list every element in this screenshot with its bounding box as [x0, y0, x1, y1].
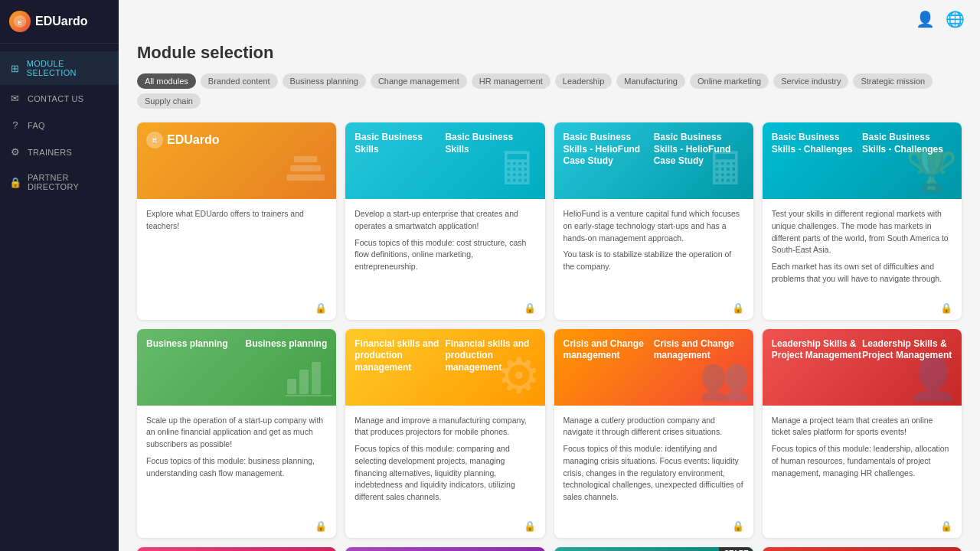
card-description2: Focus topics of this module: business pl… [146, 455, 327, 480]
card-body: Manage and improve a manufacturing compa… [345, 406, 544, 517]
lock-icon: 🔒 [315, 302, 327, 314]
card-description: Develop a start-up enterprise that creat… [354, 208, 535, 233]
card-business-planning[interactable]: Business planning Business planning Scal… [137, 329, 336, 538]
start-badge: START [719, 547, 753, 551]
card-body: Scale up the operation of a start-up com… [137, 406, 336, 517]
sidebar-item-module-selection[interactable]: ⊞MODULE SELECTION [0, 51, 119, 85]
module-selection-icon: ⊞ [9, 63, 21, 74]
sidebar-logo[interactable]: E EDUardo [0, 0, 119, 44]
card-crisis-change[interactable]: Crisis and Change management Crisis and … [554, 329, 753, 538]
filter-leadership[interactable]: Leadership [555, 73, 612, 89]
card-header: h.art 👤 [137, 547, 336, 551]
sidebar: E EDUardo ⊞MODULE SELECTION✉CONTACT US?F… [0, 0, 119, 551]
lock-icon: 🔒 [315, 520, 327, 532]
card-title-text: Basic Business Skills - Challenges [862, 132, 952, 155]
card-description2: Focus topics of this module: leadership,… [772, 443, 952, 479]
filter-hr-management[interactable]: HR management [472, 73, 550, 89]
svg-rect-5 [287, 379, 296, 394]
filter-manufacturing[interactable]: Manufacturing [616, 73, 685, 89]
card-heliofund[interactable]: Basic Business Skills - HelioFund Case S… [554, 122, 753, 320]
filter-service-industry[interactable]: Service industry [773, 73, 848, 89]
card-title: Business planning [146, 338, 228, 350]
card-description2: Focus topics of this module: cost struct… [354, 237, 535, 273]
sidebar-item-trainers[interactable]: ⚙TRAINERS [0, 139, 119, 165]
user-icon[interactable]: 👤 [916, 10, 935, 28]
filter-supply-chain[interactable]: Supply chain [137, 93, 201, 109]
card-value-based[interactable]: Value-Based Management Value-Based Manag… [345, 547, 544, 551]
card-title: Basic Business Skills - HelioFund Case S… [564, 132, 654, 168]
lock-icon: 🔒 [732, 302, 744, 314]
lock-icon: 🔒 [524, 302, 536, 314]
svg-text:E: E [18, 19, 22, 26]
logo-text: EDUardo [35, 15, 87, 28]
edu-logo: E EDUardo [146, 132, 219, 148]
card-header: Value-Based Management - Competition Val… [763, 547, 962, 551]
card-title-text: Business planning [246, 338, 328, 350]
card-description: Scale up the operation of a start-up com… [146, 415, 327, 451]
card-description: Manage a project team that creates an on… [772, 415, 952, 439]
sidebar-item-contact-us[interactable]: ✉CONTACT US [0, 85, 119, 112]
filter-branded[interactable]: Branded content [201, 73, 278, 89]
card-footer: 🔒 [554, 517, 753, 538]
card-title: Basic Business Skills [354, 132, 445, 155]
card-body: Manage a project team that creates an on… [763, 406, 962, 517]
trainers-icon: ⚙ [9, 146, 21, 158]
faq-icon: ? [9, 119, 21, 131]
card-header: Value-Based Management Value-Based Manag… [345, 547, 544, 551]
card-footer: 🔒 [345, 299, 544, 320]
sidebar-item-partner-directory[interactable]: 🔒PARTNER DIRECTORY [0, 165, 119, 199]
card-explore-trainer[interactable]: E EDUardo Explore what EDUardo offers to… [137, 122, 336, 320]
svg-rect-7 [312, 362, 321, 394]
card-title-text: Financial skills and production manageme… [445, 338, 535, 374]
card-basic-challenges[interactable]: Basic Business Skills - Challenges Basic… [763, 122, 962, 320]
card-footer: 🔒 [345, 517, 544, 538]
card-description2: Focus topics of this module: identifying… [564, 443, 744, 504]
card-body: Explore what EDUardo offers to trainers … [137, 199, 336, 299]
card-header: Crisis and Change management Crisis and … [554, 329, 753, 406]
card-footer: 🔒 [763, 517, 962, 538]
card-title-text: Basic Business Skills [445, 132, 535, 155]
filter-bar: All modulesBranded contentBusiness plann… [137, 73, 962, 109]
card-title: Leadership Skills & Project Management [772, 338, 862, 362]
filter-all[interactable]: All modules [137, 73, 196, 89]
card-header: Financial skills and production manageme… [345, 329, 544, 406]
top-bar: 👤 🌐 [237, 0, 980, 38]
card-header: Basic Business Skills - Challenges Basic… [763, 122, 962, 199]
filter-strategic-mission[interactable]: Strategic mission [853, 73, 933, 89]
card-header: Basic Business Skills Basic Business Ski… [345, 122, 544, 199]
card-leadership-skills[interactable]: Leadership Skills & Project Management L… [763, 329, 962, 538]
card-body: Manage a cutlery production company and … [554, 406, 753, 517]
card-value-based-competition[interactable]: Value-Based Management - Competition Val… [763, 547, 962, 551]
main-content: 👤 🌐 Module selection All modulesBranded … [119, 0, 980, 551]
card-description: Explore what EDUardo offers to trainers … [146, 208, 327, 233]
sidebar-item-faq[interactable]: ?FAQ [0, 112, 119, 139]
filter-business-planning[interactable]: Business planning [283, 73, 366, 89]
filter-change-management[interactable]: Change management [371, 73, 467, 89]
card-body: Develop a start-up enterprise that creat… [345, 199, 544, 299]
card-header: E EDUardo [137, 122, 336, 199]
card-basic-business[interactable]: Basic Business Skills Basic Business Ski… [345, 122, 544, 320]
card-title: Financial skills and production manageme… [354, 338, 445, 374]
card-body: Test your skills in different regional m… [763, 199, 962, 299]
card-description2: Focus topics of this module: comparing a… [354, 443, 535, 504]
card-title-text: Leadership Skills & Project Management [862, 338, 952, 362]
card-header: Business planning Business planning [137, 329, 336, 406]
card-financial-skills[interactable]: Financial skills and production manageme… [345, 329, 544, 538]
card-description2: Each market has its own set of difficult… [772, 261, 952, 285]
card-header: Basic Business Skills - HelioFund Case S… [554, 122, 753, 199]
lock-icon: 🔒 [524, 520, 536, 532]
card-description2: You task is to stabilize stabilize the o… [564, 249, 744, 273]
lock-icon: 🔒 [940, 520, 952, 532]
card-hart-leadership[interactable]: h.art 👤 In this module your task is to l… [137, 547, 336, 551]
card-header: Leadership Skills & Project Management L… [763, 329, 962, 406]
filter-online-marketing[interactable]: Online marketing [690, 73, 769, 89]
partner-directory-icon: 🔒 [9, 177, 21, 188]
contact-us-icon: ✉ [9, 93, 21, 104]
svg-rect-4 [294, 156, 317, 162]
card-footer: 🔒 [137, 517, 336, 538]
card-footer: 🔒 [137, 299, 336, 320]
card-body: HelioFund is a venture capital fund whic… [554, 199, 753, 299]
language-icon[interactable]: 🌐 [946, 10, 965, 28]
card-eco-module[interactable]: START ECOED ♻ Learn how to incorporate s… [554, 547, 753, 551]
card-description: Manage and improve a manufacturing compa… [354, 415, 535, 439]
